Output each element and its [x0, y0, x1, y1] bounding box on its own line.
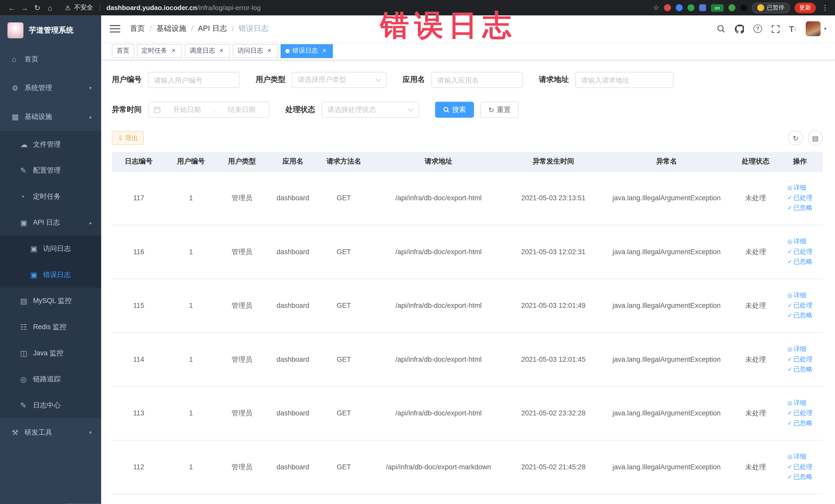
reset-button[interactable]: ↻ 重置	[480, 102, 518, 118]
refresh-button[interactable]: ↻	[788, 130, 803, 145]
processed-link[interactable]: ✓已处理	[787, 408, 812, 418]
fullscreen-icon[interactable]	[772, 25, 779, 33]
processed-link[interactable]: ✓已处理	[787, 462, 812, 472]
hamburger-icon[interactable]	[109, 25, 120, 33]
extension-icon-blue-drop[interactable]	[676, 4, 683, 11]
site-security[interactable]: ⚠ 不安全	[65, 3, 93, 12]
close-icon[interactable]: ×	[218, 47, 225, 55]
sidebar-item-java-monitor[interactable]: ◫ Java 监控	[0, 340, 101, 366]
breadcrumb-separator: /	[191, 24, 193, 33]
breadcrumb-infrastructure[interactable]: 基础设施	[157, 24, 186, 33]
edit-icon: ✎	[20, 401, 33, 409]
layers-icon: ☷	[20, 322, 33, 331]
back-icon[interactable]: ←	[5, 3, 18, 12]
sidebar-item-dev-tools[interactable]: ⚒ 研发工具 ▾	[0, 418, 101, 447]
warning-icon: ⚠	[65, 4, 70, 12]
detail-link[interactable]: ◎详细	[787, 183, 812, 193]
detail-link[interactable]: ◎详细	[787, 451, 812, 462]
tab-access-log[interactable]: 访问日志 ×	[233, 44, 278, 58]
browser-toolbar: ← → ↻ ⌂ ⚠ 不安全 dashboard.yudao.iocoder.cn…	[0, 0, 835, 15]
tab-schedule-log[interactable]: 调度日志 ×	[185, 44, 230, 58]
start-date-input[interactable]: 开始日期	[165, 105, 209, 115]
detail-link[interactable]: ◎详细	[787, 344, 812, 354]
detail-link[interactable]: ◎详细	[787, 237, 812, 246]
sidebar-item-config-management[interactable]: ✎ 配置管理	[0, 157, 101, 183]
sidebar-item-scheduled-tasks[interactable]: ◔ 定时任务	[0, 183, 101, 209]
extension-icon-blue-square[interactable]	[699, 4, 706, 11]
github-icon[interactable]	[735, 24, 744, 33]
processed-link[interactable]: ✓已处理	[787, 354, 812, 364]
extension-icon-paw[interactable]	[740, 4, 747, 11]
column-settings-button[interactable]: ▤	[808, 130, 823, 145]
breadcrumb-current: 错误日志	[239, 24, 268, 33]
extension-icon-leaf[interactable]	[729, 4, 735, 11]
sidebar-item-redis-monitor[interactable]: ☷ Redis 监控	[0, 314, 101, 340]
sidebar-item-file-management[interactable]: ☁ 文件管理	[0, 131, 101, 157]
request-url-input[interactable]	[575, 72, 674, 88]
reload-icon[interactable]: ↻	[31, 3, 44, 12]
ignore-link[interactable]: ✓已忽略	[787, 418, 812, 428]
tab-error-log[interactable]: 错误日志 ×	[281, 44, 333, 58]
exception-time-range-picker[interactable]: 开始日期 - 结束日期	[148, 102, 269, 118]
processed-link[interactable]: ✓已处理	[787, 193, 812, 203]
forward-icon[interactable]: →	[18, 3, 31, 12]
sidebar-item-home[interactable]: ⌂ 首页	[0, 45, 101, 74]
detail-link[interactable]: ◎详细	[787, 290, 812, 300]
bookmark-star-icon[interactable]: ☆	[653, 4, 659, 12]
sidebar-item-infrastructure[interactable]: ▦ 基础设施 ▴	[0, 102, 101, 131]
breadcrumb-home[interactable]: 首页	[130, 24, 145, 33]
chevron-up-icon: ▴	[89, 114, 91, 119]
sidebar-item-system-management[interactable]: ⚙ 系统管理 ▾	[0, 74, 101, 102]
home-icon[interactable]: ⌂	[44, 3, 57, 12]
profile-paused-badge[interactable]: 已暂停	[752, 2, 790, 13]
help-icon[interactable]: ?	[753, 24, 762, 33]
close-icon[interactable]: ×	[266, 47, 273, 55]
sidebar-item-log-center[interactable]: ✎ 日志中心	[0, 392, 101, 418]
sidebar-item-error-log[interactable]: ▣ 错误日志	[0, 262, 101, 288]
app-name-input[interactable]	[431, 72, 523, 88]
browser-menu-icon[interactable]: ⋮	[821, 4, 830, 12]
col-app-name: 应用名	[267, 152, 319, 171]
col-status: 处理状态	[734, 152, 777, 171]
search-icon[interactable]	[717, 24, 725, 33]
processed-link[interactable]: ✓已处理	[787, 300, 812, 310]
ignore-link[interactable]: ✓已忽略	[787, 310, 812, 320]
tab-scheduled-tasks[interactable]: 定时任务 ×	[137, 44, 182, 58]
user-id-label: 用户编号	[112, 75, 142, 85]
sidebar-item-trace[interactable]: ◎ 链路追踪	[0, 366, 101, 392]
extension-icon-green[interactable]	[687, 4, 694, 11]
end-date-input[interactable]: 结束日期	[219, 105, 264, 115]
eye-icon: ◎	[20, 375, 33, 383]
sidebar-item-access-log[interactable]: ▣ 访问日志	[0, 236, 101, 262]
sidebar-item-api-log[interactable]: ▣ API 日志 ▴	[0, 209, 101, 236]
breadcrumb-api-log[interactable]: API 日志	[198, 24, 227, 33]
check-icon: ✓	[787, 205, 792, 211]
ignore-link[interactable]: ✓已忽略	[787, 257, 812, 267]
extension-icon-red[interactable]	[664, 4, 671, 11]
screenshot-root: ← → ↻ ⌂ ⚠ 不安全 dashboard.yudao.iocoder.cn…	[0, 0, 835, 504]
ignore-link[interactable]: ✓已忽略	[787, 203, 812, 213]
status-select[interactable]: 请选择处理状态	[322, 102, 419, 118]
tab-home[interactable]: 首页	[112, 44, 134, 58]
export-button[interactable]: ⇩ 导出	[112, 131, 144, 145]
font-size-icon[interactable]: T↕	[789, 24, 796, 33]
user-type-select[interactable]: 请选择用户类型	[292, 72, 387, 88]
sidebar-item-mysql-monitor[interactable]: ▤ MySQL 监控	[0, 287, 101, 314]
extension-on-badge[interactable]: on	[711, 4, 724, 12]
ignore-link[interactable]: ✓已忽略	[787, 472, 812, 482]
detail-link[interactable]: ◎详细	[787, 398, 812, 408]
processed-link[interactable]: ✓已处理	[787, 247, 812, 257]
ignore-link[interactable]: ✓已忽略	[787, 364, 812, 374]
user-id-input[interactable]	[148, 72, 240, 88]
user-menu[interactable]: ▾	[806, 21, 827, 36]
close-icon[interactable]: ×	[170, 47, 177, 55]
search-button[interactable]: 搜索	[435, 102, 474, 118]
paused-label: 已暂停	[767, 4, 784, 12]
app-logo[interactable]: 芋道管理系统	[0, 15, 101, 45]
request-url-label: 请求地址	[539, 75, 569, 85]
calendar-icon	[153, 106, 161, 114]
address-bar[interactable]: dashboard.yudao.iocoder.cn/infra/log/api…	[106, 4, 648, 12]
browser-update-button[interactable]: 更新	[794, 2, 816, 13]
table-row: 112 1 管理员 dashboard GET /api/infra/db-do…	[112, 440, 823, 494]
close-icon[interactable]: ×	[321, 47, 328, 55]
